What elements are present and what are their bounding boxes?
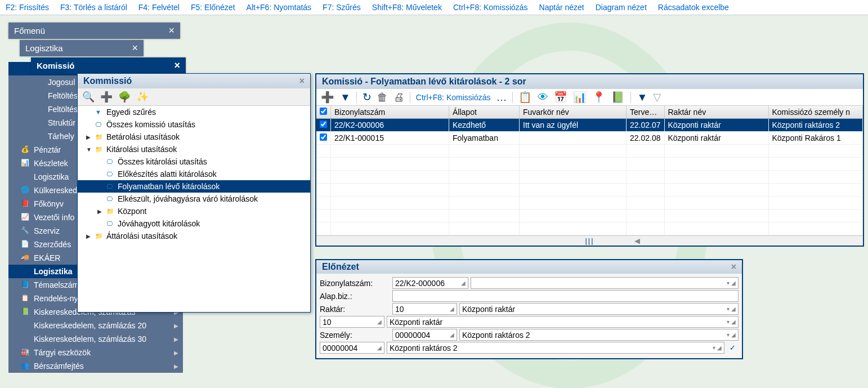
menu-f2-refresh[interactable]: F2: Frissítés [6, 3, 49, 12]
tree-item[interactable]: ▶📁Áttárolási utasítások [78, 230, 310, 242]
calendar-icon[interactable]: 📅 [554, 91, 567, 104]
search-icon[interactable]: 🔍 [82, 91, 95, 103]
tree-item[interactable]: 🖵Előkészítés alatti kitárolások [78, 168, 310, 180]
add-icon[interactable]: ➕ [321, 91, 334, 104]
tree-caret-icon[interactable]: ▼ [86, 146, 92, 153]
close-icon[interactable]: × [168, 25, 175, 37]
horizontal-scrollbar[interactable]: ◀ ||| [316, 235, 863, 246]
table-row[interactable]: 22/K2-000006KezdhetőItt van az ügyfél22.… [316, 119, 863, 132]
tree-item[interactable]: 🖵Elkészült, jóváhagyásra váró kitároláso… [78, 193, 310, 205]
dropdown-icon[interactable]: ▾ ◢ [727, 332, 736, 338]
add-icon[interactable]: ➕ [100, 91, 113, 103]
tree-icon[interactable]: 🌳 [118, 91, 131, 103]
tree-caret-icon[interactable]: ▶ [86, 134, 92, 140]
tree-caret-icon[interactable]: ▶ [97, 208, 103, 215]
dropdown-icon[interactable]: ▾ ◢ [713, 345, 722, 351]
input-raktar-name[interactable]: Központi raktár▾ ◢ [459, 303, 739, 315]
select-all-checkbox[interactable] [320, 108, 327, 115]
dropdown-icon[interactable]: ▾ ◢ [727, 280, 736, 286]
scrollbar-thumb[interactable]: ||| [585, 237, 594, 245]
more-icon[interactable]: … [496, 91, 507, 104]
dropdown-icon[interactable]: ◢ [377, 345, 382, 351]
dropdown-icon[interactable]: ◢ [450, 332, 454, 338]
sidemenu-item[interactable]: 👥Bérszámfejtés▶ [8, 359, 183, 373]
column-header[interactable] [316, 106, 331, 119]
input-raktar2-code[interactable]: 10◢ [320, 316, 384, 328]
column-header[interactable]: Terve… [627, 106, 665, 119]
menu-altf6-print[interactable]: Alt+F6: Nyomtatás [247, 3, 312, 12]
tree-caret-icon[interactable]: ▶ [86, 233, 92, 239]
input-szemely2-name[interactable]: Központi raktáros 2▾ ◢ [387, 342, 724, 354]
column-header[interactable]: Komissiózó személy n [768, 106, 863, 119]
dropdown-icon[interactable]: ◢ [461, 280, 466, 286]
input-bizonylat-extra[interactable]: ▾ ◢ [471, 277, 739, 289]
sidemenu-item[interactable]: Kiskereskedelem, számlázás 30▶ [8, 332, 183, 346]
dropdown-icon[interactable]: ▾ ◢ [727, 319, 736, 325]
menu-f4-add[interactable]: F4: Felvétel [138, 3, 180, 12]
column-header[interactable]: Fuvarkör név [520, 106, 627, 119]
panel-header-logisztika[interactable]: Logisztika × [20, 40, 144, 56]
input-raktar-code[interactable]: 10◢ [392, 303, 457, 315]
column-header[interactable]: Állapot [449, 106, 520, 119]
input-bizonylatszam[interactable]: 22/K2-000006◢ [392, 277, 468, 289]
komissio-action[interactable]: Ctrl+F8: Komissiózás [416, 93, 491, 102]
menu-f7-filter[interactable]: F7: Szűrés [323, 3, 361, 12]
row-checkbox[interactable] [320, 121, 327, 128]
filter-clear-icon[interactable]: ▽ [653, 91, 661, 104]
tree-item[interactable]: 🖵Jóváhagyott kitárolások [78, 217, 310, 230]
filter2-icon[interactable]: ▼ [637, 91, 647, 104]
refresh-icon[interactable]: ↻ [363, 91, 372, 104]
print-icon[interactable]: 🖨 [393, 91, 404, 104]
menu-ctrlf8-komissio[interactable]: Ctrl+F8: Komissiózás [453, 3, 528, 12]
input-szemely2-code[interactable]: 00000004◢ [320, 342, 384, 354]
sidemenu-item[interactable]: Kiskereskedelem, számlázás 20▶ [8, 319, 183, 332]
tree-item[interactable]: 🖵Összes kitárolási utasítás [78, 155, 310, 168]
check-icon[interactable]: ✓ [727, 344, 739, 352]
input-szemely-name[interactable]: Központi raktáros 2▾ ◢ [459, 329, 739, 341]
menu-icon: 📊 [21, 159, 30, 168]
close-icon[interactable]: × [174, 60, 180, 72]
menu-diagram-view[interactable]: Diagram nézet [596, 3, 647, 12]
input-szemely-code[interactable]: 00000004◢ [392, 329, 457, 341]
menu-label: Jogosul [48, 78, 75, 87]
input-alapbiz[interactable] [392, 290, 739, 302]
panel-header-fomenu[interactable]: Főmenü × [8, 23, 180, 39]
column-header[interactable]: Bizonylatszám [331, 106, 449, 119]
tree-item[interactable]: ▼Egyedi szűrés [78, 106, 310, 118]
tree-item[interactable]: 🖵Folyamatban lévő kitárolások [78, 180, 310, 193]
input-raktar2-name[interactable]: Központi raktár▾ ◢ [387, 316, 739, 328]
table-row[interactable]: 22/K1-000015Folyamatban22.02.08Központi … [316, 132, 863, 145]
column-header[interactable]: Raktár név [664, 106, 768, 119]
chart-icon[interactable]: 📊 [573, 91, 587, 104]
dropdown-icon[interactable]: ▾ ◢ [727, 306, 736, 312]
eye-icon[interactable]: 👁 [538, 91, 548, 104]
delete-icon[interactable]: 🗑 [377, 91, 388, 104]
menu-f3-delete[interactable]: F3: Törlés a listáról [60, 3, 127, 12]
wand-icon[interactable]: ✨ [136, 91, 149, 103]
monitor-icon: 🖵 [106, 183, 114, 190]
sheet-icon[interactable]: 📋 [518, 91, 532, 104]
monitor-icon: 🖵 [106, 195, 114, 202]
close-icon[interactable]: × [731, 262, 736, 272]
row-checkbox[interactable] [320, 133, 327, 141]
menu-f5-preview[interactable]: F5: Előnézet [191, 3, 235, 12]
sidemenu-item[interactable]: 🏭Tárgyi eszközök▶ [8, 346, 183, 359]
panel-header-komissio[interactable]: Komissió × [31, 57, 186, 74]
menu-calendar-view[interactable]: Naptár nézet [539, 3, 584, 12]
tree-item[interactable]: ▼📁Kitárolási utasítások [78, 143, 310, 155]
close-icon[interactable]: × [132, 42, 138, 54]
tree-item[interactable]: 🖵Összes komissió utasítás [78, 118, 310, 131]
filter-icon[interactable]: ▼ [340, 91, 351, 104]
tree-item[interactable]: ▶📁Betárolási utasítások [78, 131, 310, 143]
menu-label: Külkeresked [34, 186, 77, 195]
tree-toolbar: 🔍 ➕ 🌳 ✨ [78, 88, 310, 106]
menu-icon: 👥 [21, 362, 30, 371]
tree-item[interactable]: ▶📁Központ [78, 205, 310, 217]
dropdown-icon[interactable]: ◢ [377, 319, 382, 325]
excel-icon[interactable]: 📗 [611, 91, 625, 104]
pin-off-icon[interactable]: 📍 [592, 91, 606, 104]
menu-grid-to-excel[interactable]: Rácsadatok excelbe [658, 3, 729, 12]
dropdown-icon[interactable]: ◢ [450, 306, 454, 312]
menu-shiftf8-ops[interactable]: Shift+F8: Műveletek [372, 3, 442, 12]
close-icon[interactable]: × [299, 76, 305, 86]
